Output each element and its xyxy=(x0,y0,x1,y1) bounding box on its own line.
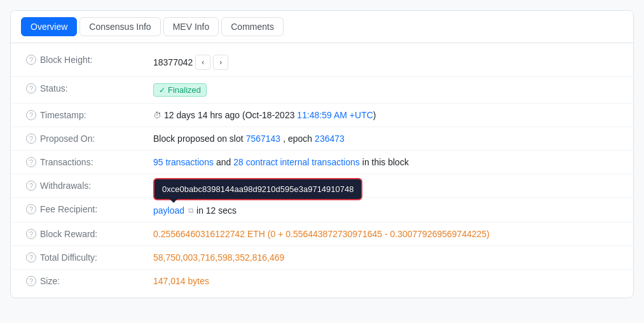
copy-icon[interactable]: ⧉ xyxy=(188,206,194,215)
size-label: ? Size: xyxy=(26,276,153,286)
total-difficulty-help-icon[interactable]: ? xyxy=(26,252,36,263)
status-badge: Finalized xyxy=(153,83,207,97)
block-reward-value: 0.25566460316122742 ETH (0 + 0.556443872… xyxy=(153,229,618,239)
status-label: ? Status: xyxy=(26,83,153,93)
block-height-row: ? Block Height: 18377042 ‹ › xyxy=(11,48,633,77)
slot-link[interactable]: 7567143 xyxy=(246,134,281,144)
payload-link[interactable]: payload xyxy=(153,205,184,216)
block-reward-help-icon[interactable]: ? xyxy=(26,229,36,239)
block-height-prev-button[interactable]: ‹ xyxy=(195,55,210,70)
block-height-help-icon[interactable]: ? xyxy=(26,55,36,65)
total-difficulty-value: 58,750,003,716,598,352,816,469 xyxy=(153,252,618,263)
tx-suffix: in this block xyxy=(362,157,409,167)
block-height-number: 18377042 xyxy=(153,57,193,67)
tooltip-popup: 0xce0babc8398144aa98d9210d595e3a97149107… xyxy=(153,178,362,200)
block-detail-card: Overview Consensus Info MEV Info Comment… xyxy=(10,10,634,298)
status-help-icon[interactable]: ? xyxy=(26,83,36,93)
tx-count-link[interactable]: 95 transactions xyxy=(153,157,214,167)
block-height-label: ? Block Height: xyxy=(26,55,153,65)
status-value: Finalized xyxy=(153,83,618,97)
transactions-value: 95 transactions and 28 contract internal… xyxy=(153,157,618,167)
timestamp-row: ? Timestamp: ⏱ 12 days 14 hrs ago (Oct-1… xyxy=(11,104,633,127)
withdrawals-help-icon[interactable]: ? xyxy=(26,181,36,191)
timestamp-text: 12 days 14 hrs ago (Oct-18-2023 11:48:59… xyxy=(164,110,376,120)
tab-overview[interactable]: Overview xyxy=(21,17,77,36)
proposed-on-help-icon[interactable]: ? xyxy=(26,134,36,144)
size-help-icon[interactable]: ? xyxy=(26,276,36,286)
block-detail-content: ? Block Height: 18377042 ‹ › ? Status: F… xyxy=(11,43,633,298)
tab-consensus-info[interactable]: Consensus Info xyxy=(79,17,160,36)
clock-icon: ⏱ xyxy=(153,111,161,120)
proposed-on-prefix: Block proposed on slot xyxy=(153,134,243,144)
timestamp-value: ⏱ 12 days 14 hrs ago (Oct-18-2023 11:48:… xyxy=(153,110,618,120)
internal-tx-link[interactable]: 28 contract internal transactions xyxy=(233,157,359,167)
tab-mev-info[interactable]: MEV Info xyxy=(163,17,219,36)
block-height-next-button[interactable]: › xyxy=(213,55,228,70)
epoch-link[interactable]: 236473 xyxy=(315,134,345,144)
tab-comments[interactable]: Comments xyxy=(221,17,284,36)
proposed-on-row: ? Proposed On: Block proposed on slot 75… xyxy=(11,127,633,151)
size-row: ? Size: 147,014 bytes xyxy=(11,270,633,292)
fee-recipient-row: ? Fee Recipient: 0xce0babc8398144aa98d92… xyxy=(11,198,633,223)
block-height-value: 18377042 ‹ › xyxy=(153,55,618,70)
tooltip-address: 0xce0babc8398144aa98d9210d595e3a97149107… xyxy=(162,184,353,194)
size-value: 147,014 bytes xyxy=(153,276,618,286)
withdrawals-label: ? Withdrawals: xyxy=(26,181,153,191)
transactions-label: ? Transactions: xyxy=(26,157,153,167)
transactions-help-icon[interactable]: ? xyxy=(26,157,36,167)
tx-connector: and xyxy=(216,157,231,167)
block-reward-row: ? Block Reward: 0.25566460316122742 ETH … xyxy=(11,223,633,246)
total-difficulty-label: ? Total Difficulty: xyxy=(26,252,153,263)
transactions-row: ? Transactions: 95 transactions and 28 c… xyxy=(11,151,633,174)
proposed-on-middle: , epoch xyxy=(283,134,312,144)
timestamp-label: ? Timestamp: xyxy=(26,110,153,120)
tab-bar: Overview Consensus Info MEV Info Comment… xyxy=(11,11,633,43)
fee-time-suffix: in 12 secs xyxy=(196,205,236,216)
fee-recipient-line: payload ⧉ in 12 secs xyxy=(153,205,236,216)
timestamp-help-icon[interactable]: ? xyxy=(26,110,36,120)
fee-recipient-area: 0xce0babc8398144aa98d9210d595e3a97149107… xyxy=(153,204,236,216)
proposed-on-value: Block proposed on slot 7567143, epoch 23… xyxy=(153,134,618,144)
block-reward-label: ? Block Reward: xyxy=(26,229,153,239)
fee-recipient-label: ? Fee Recipient: xyxy=(26,204,153,214)
fee-recipient-help-icon[interactable]: ? xyxy=(26,204,36,214)
fee-recipient-value: 0xce0babc8398144aa98d9210d595e3a97149107… xyxy=(153,204,618,216)
status-row: ? Status: Finalized xyxy=(11,77,633,104)
total-difficulty-row: ? Total Difficulty: 58,750,003,716,598,3… xyxy=(11,246,633,270)
proposed-on-label: ? Proposed On: xyxy=(26,134,153,144)
